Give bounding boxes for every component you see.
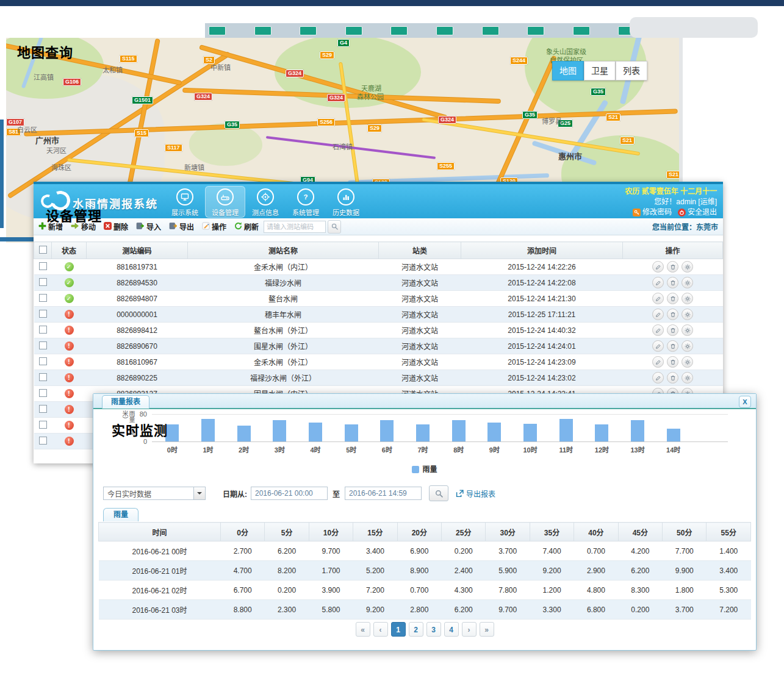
col-minute: 0分 xyxy=(221,523,265,541)
cell-code: 8826890670 xyxy=(87,338,188,354)
delete-button[interactable] xyxy=(667,309,678,320)
delete-button[interactable] xyxy=(667,372,678,384)
pagination-page-button[interactable]: 1 xyxy=(391,622,406,637)
map-type-button-inactive[interactable]: 列表 xyxy=(616,61,647,80)
tab-rain-report[interactable]: 雨量报表 xyxy=(102,395,149,409)
cell-status: ✓ xyxy=(52,275,87,291)
cell-name: 鳌台水闸（外江） xyxy=(188,323,379,338)
row-checkbox[interactable] xyxy=(39,262,47,270)
edit-button[interactable] xyxy=(652,356,664,368)
edit-button[interactable] xyxy=(652,309,664,320)
pagination-page-button[interactable]: 4 xyxy=(444,622,459,637)
map-type-button-active[interactable]: 地图 xyxy=(552,61,584,80)
row-checkbox[interactable] xyxy=(39,437,47,445)
row-checkbox[interactable] xyxy=(39,373,47,381)
export-report-link[interactable]: 导出报表 xyxy=(456,488,495,499)
nav-item-label: 历史数据 xyxy=(326,207,366,217)
edit-button[interactable] xyxy=(652,340,664,352)
export-button[interactable]: 导出 xyxy=(169,221,194,232)
cell-status: ! xyxy=(52,323,87,338)
edit-button[interactable] xyxy=(652,277,664,288)
logout-link[interactable]: 安全退出 xyxy=(678,207,717,218)
date-to-input[interactable] xyxy=(345,487,422,500)
cell-checkbox xyxy=(34,402,52,418)
lunar-date: 农历 贰零壹伍年 十二月十一 xyxy=(625,187,717,197)
col-minute: 10分 xyxy=(309,523,353,541)
settings-button[interactable] xyxy=(682,277,693,288)
settings-button[interactable] xyxy=(682,372,693,384)
row-checkbox[interactable] xyxy=(39,389,47,397)
settings-button[interactable] xyxy=(682,309,693,320)
row-checkbox[interactable] xyxy=(39,405,47,413)
row-checkbox[interactable] xyxy=(39,326,47,334)
delete-button[interactable] xyxy=(667,324,678,336)
pagination-nav-button[interactable]: ‹ xyxy=(373,622,388,637)
row-checkbox[interactable] xyxy=(39,341,47,349)
row-checkbox[interactable] xyxy=(39,278,47,286)
x-tick-label: 2时 xyxy=(226,445,262,454)
delete-button[interactable] xyxy=(667,356,678,368)
import-button[interactable]: 导入 xyxy=(136,221,161,232)
select-all-checkbox[interactable] xyxy=(39,246,47,254)
nav-item-device[interactable]: 设备管理 xyxy=(205,186,245,218)
cell-added: 2015-12-24 14:22:08 xyxy=(461,275,623,291)
pagination-nav-button[interactable]: » xyxy=(480,622,494,637)
search-icon[interactable] xyxy=(328,220,341,234)
col-added: 添加时间 xyxy=(461,242,623,259)
pagination-page-button[interactable]: 2 xyxy=(409,622,423,637)
delete-button[interactable] xyxy=(667,261,678,273)
tab-rain[interactable]: 雨量 xyxy=(103,508,138,521)
operate-button[interactable]: 操作 xyxy=(202,221,226,232)
cell-status: ! xyxy=(52,354,87,370)
settings-button[interactable] xyxy=(682,356,693,368)
delete-button[interactable] xyxy=(667,340,678,352)
nav-item-target[interactable]: 测点信息 xyxy=(245,186,286,218)
row-checkbox[interactable] xyxy=(39,357,47,365)
table-row: ✓8826894807鳌台水闸河道水文站2015-12-24 14:21:30 xyxy=(34,291,723,307)
change-password-link[interactable]: 修改密码 xyxy=(633,207,672,218)
road-shield: S29 xyxy=(367,124,382,132)
edit-button[interactable] xyxy=(652,261,664,273)
cell-value: 6.200 xyxy=(265,541,309,561)
edit-button[interactable] xyxy=(652,372,664,384)
operate-icon xyxy=(202,222,210,232)
settings-button[interactable] xyxy=(682,340,693,352)
nav-item-history[interactable]: 历史数据 xyxy=(326,186,366,218)
select-all-header[interactable] xyxy=(34,242,52,259)
search-icon[interactable] xyxy=(429,485,448,501)
pagination-page-button[interactable]: 3 xyxy=(426,622,441,637)
question-icon: ? xyxy=(297,188,314,205)
delete-button[interactable] xyxy=(667,277,678,288)
map-type-button-inactive[interactable]: 卫星 xyxy=(584,61,616,80)
filter-row: 今日实时数据 日期从: 至 导出报表 xyxy=(103,485,495,501)
settings-button[interactable] xyxy=(682,293,693,304)
map-place-label: 广州市 xyxy=(35,134,59,146)
station-search-input[interactable] xyxy=(264,221,326,233)
settings-button[interactable] xyxy=(682,261,693,273)
pagination-nav-button[interactable]: « xyxy=(356,622,370,637)
chart-bar-slot xyxy=(584,414,620,441)
settings-button[interactable] xyxy=(682,324,693,336)
remove-button[interactable]: 删除 xyxy=(104,221,128,232)
row-checkbox[interactable] xyxy=(39,310,47,318)
cell-status: ! xyxy=(52,307,87,323)
edit-button[interactable] xyxy=(652,324,664,336)
map-place-label: 太和镇 xyxy=(102,65,123,74)
row-checkbox[interactable] xyxy=(39,294,47,302)
table-row: !8826890225福禄沙水闸（外江）河道水文站2015-12-24 14:2… xyxy=(34,370,723,386)
close-icon[interactable]: X xyxy=(739,396,751,408)
row-checkbox[interactable] xyxy=(39,421,47,429)
edit-button[interactable] xyxy=(652,293,664,304)
cell-value: 6.900 xyxy=(397,541,441,561)
range-select[interactable]: 今日实时数据 xyxy=(103,487,206,500)
cell-name: 围星水闸（外江） xyxy=(188,338,379,354)
cell-code: 8826894807 xyxy=(87,291,188,307)
pagination-nav-button[interactable]: › xyxy=(462,622,477,637)
date-from-input[interactable] xyxy=(251,487,328,500)
nav-item-question[interactable]: ?系统管理 xyxy=(286,186,326,218)
delete-button[interactable] xyxy=(667,293,678,304)
refresh-button[interactable]: 刷新 xyxy=(234,221,259,232)
cell-time: 2016-06-21 02时 xyxy=(99,581,221,600)
cell-value: 6.200 xyxy=(442,600,486,620)
nav-item-monitor[interactable]: 展示系统 xyxy=(165,186,205,218)
